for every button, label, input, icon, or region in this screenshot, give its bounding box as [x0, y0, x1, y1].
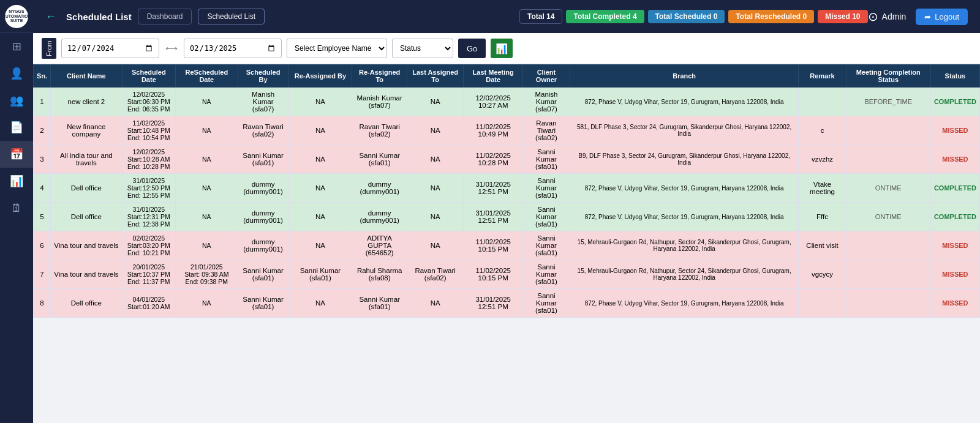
cell-scheduled-by: Sanni Kumar (sfa01) — [238, 145, 288, 174]
col-client-owner: Client Owner — [523, 65, 570, 88]
cell-reassigned-to: Sanni Kumar (sfa01) — [352, 145, 407, 174]
cell-sn: 5 — [34, 203, 51, 231]
cell-completion-status: BEFORE_TIME — [846, 88, 930, 116]
cell-last-meeting: 31/01/2025 12:51 PM — [464, 174, 523, 203]
cell-status: COMPLETED — [930, 203, 979, 231]
cell-branch: B9, DLF Phase 3, Sector 24, Gurugram, Si… — [570, 145, 799, 174]
employee-select[interactable]: Select Employee Name — [287, 39, 387, 58]
col-reassigned-to: Re-Assigned To — [352, 65, 407, 88]
schedule-icon[interactable]: 🗓 — [0, 195, 33, 222]
cell-branch: 872, Phase V, Udyog Vihar, Sector 19, Gu… — [570, 174, 799, 203]
cell-completion-status: ONTIME — [846, 174, 930, 203]
cell-reschedule-date: NA — [176, 174, 238, 203]
cell-last-assigned: NA — [407, 289, 464, 318]
cell-completion-status — [846, 231, 930, 260]
cell-status: MISSED — [930, 116, 979, 145]
table-container: Sn. Client Name Scheduled Date ReSchedul… — [33, 64, 980, 423]
cell-client-owner: Sanni Kumar (sfa01) — [523, 203, 570, 231]
cell-remark — [799, 289, 846, 318]
cell-reassigned-by: NA — [288, 145, 352, 174]
dashboard-icon[interactable]: ⊞ — [0, 33, 33, 60]
cell-reassigned-by: NA — [288, 231, 352, 260]
cell-sn: 6 — [34, 231, 51, 260]
cell-scheduled-by: Sanni Kumar (sfa01) — [238, 289, 288, 318]
back-arrow-icon[interactable]: ← — [45, 10, 56, 23]
cell-client: Dell office — [51, 174, 123, 203]
cell-branch: 872, Phase V, Udyog Vihar, Sector 19, Gu… — [570, 203, 799, 231]
cell-client-owner: Sanni Kumar (sfa01) — [523, 260, 570, 289]
cell-last-meeting: 11/02/2025 10:49 PM — [464, 116, 523, 145]
nav-left: ← Scheduled List Dashboard Scheduled Lis… — [45, 9, 265, 24]
cell-last-assigned: NA — [407, 203, 464, 231]
total-badge: Total 14 — [519, 9, 562, 24]
to-date-input[interactable] — [184, 39, 282, 58]
status-select[interactable]: Status — [392, 39, 453, 58]
document-icon[interactable]: 📄 — [0, 114, 33, 141]
status-badge: MISSED — [942, 271, 968, 278]
cell-branch: 872, Phase V, Udyog Vihar, Sector 19, Gu… — [570, 88, 799, 116]
excel-button[interactable]: 📊 — [491, 39, 513, 58]
cell-client: Vina tour and travels — [51, 260, 123, 289]
col-client: Client Name — [51, 65, 123, 88]
completion-time: BEFORE_TIME — [864, 98, 912, 105]
cell-last-meeting: 11/02/2025 10:15 PM — [464, 231, 523, 260]
cell-completion-status — [846, 289, 930, 318]
cell-client-owner: Manish Kumar (sfa07) — [523, 88, 570, 116]
col-remark: Remark — [799, 65, 846, 88]
cell-remark: Fffc — [799, 203, 846, 231]
cell-client-owner: Sanni Kumar (sfa01) — [523, 231, 570, 260]
dashboard-nav-button[interactable]: Dashboard — [138, 9, 192, 24]
cell-scheduled-by: dummy (dummy001) — [238, 174, 288, 203]
go-button[interactable]: Go — [458, 39, 486, 58]
table-row: 5 Dell office 31/01/2025 Start:12:31 PM … — [34, 203, 980, 231]
cell-sn: 8 — [34, 289, 51, 318]
cell-client-owner: Sanni Kumar (sfa01) — [523, 289, 570, 318]
user-circle-icon: ⊙ — [868, 9, 878, 24]
from-date-input[interactable] — [61, 39, 159, 58]
nav-right: ⊙ Admin ➦ Logout — [868, 9, 968, 25]
cell-client: Dell office — [51, 203, 123, 231]
cell-client: Dell office — [51, 289, 123, 318]
cell-reschedule-date: 21/01/2025 Start: 09:38 AM End: 09:38 PM — [176, 260, 238, 289]
cell-remark: vzvzhz — [799, 145, 846, 174]
cell-reschedule-date: NA — [176, 88, 238, 116]
col-completion-status: Meeting Completion Status — [846, 65, 930, 88]
total-scheduled-badge: Total Scheduled 0 — [648, 10, 725, 23]
user-icon[interactable]: 👤 — [0, 60, 33, 87]
logout-button[interactable]: ➦ Logout — [916, 9, 968, 25]
logout-label: Logout — [935, 12, 959, 21]
completion-time: ONTIME — [875, 213, 902, 220]
status-badge: MISSED — [942, 299, 968, 307]
cell-client: new client 2 — [51, 88, 123, 116]
missed-badge: Missed 10 — [818, 10, 867, 23]
col-scheduled-by: Scheduled By — [238, 65, 288, 88]
cell-branch: 581, DLF Phase 3, Sector 24, Gurugram, S… — [570, 116, 799, 145]
cell-reassigned-to: dummy (dummy001) — [352, 174, 407, 203]
page-title: Scheduled List — [66, 12, 132, 22]
cell-remark: c — [799, 116, 846, 145]
cell-completion-status: ONTIME — [846, 203, 930, 231]
cell-sn: 1 — [34, 88, 51, 116]
cell-remark: Vtake meeting — [799, 174, 846, 203]
cell-scheduled-date: 11/02/2025 Start:10:48 PM End: 10:54 PM — [122, 116, 175, 145]
logo-text: NYGGS AUTOMATION SUITE — [5, 5, 28, 28]
calendar-icon[interactable]: 📅 — [0, 141, 33, 168]
cell-scheduled-by: dummy (dummy001) — [238, 203, 288, 231]
status-badge: MISSED — [942, 127, 968, 134]
cell-reassigned-to: Manish Kumar (sfa07) — [352, 88, 407, 116]
cell-last-assigned: NA — [407, 145, 464, 174]
cell-branch: 872, Phase V, Udyog Vihar, Sector 19, Gu… — [570, 289, 799, 318]
cell-remark: vgcycy — [799, 260, 846, 289]
col-reassigned-by: Re-Assigned By — [288, 65, 352, 88]
filter-bar: From ⟷ Select Employee Name Status Go 📊 — [33, 33, 980, 64]
cell-last-meeting: 31/01/2025 12:51 PM — [464, 289, 523, 318]
cell-client: New finance company — [51, 116, 123, 145]
group-icon[interactable]: 👥 — [0, 87, 33, 114]
chart-icon[interactable]: 📊 — [0, 168, 33, 195]
table-header-row: Sn. Client Name Scheduled Date ReSchedul… — [34, 65, 980, 88]
scheduled-table: Sn. Client Name Scheduled Date ReSchedul… — [33, 64, 980, 318]
col-branch: Branch — [570, 65, 799, 88]
cell-scheduled-date: 31/01/2025 Start:12:31 PM End: 12:38 PM — [122, 203, 175, 231]
total-completed-badge: Total Completed 4 — [566, 10, 644, 23]
scheduled-list-nav-button[interactable]: Scheduled List — [198, 9, 265, 24]
